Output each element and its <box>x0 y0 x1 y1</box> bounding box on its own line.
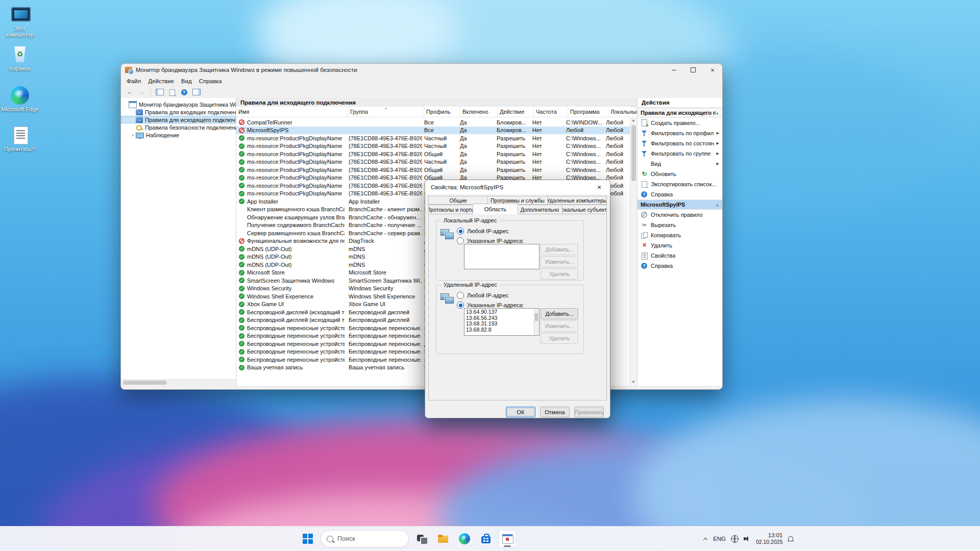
action-new-rule[interactable]: Создать правило... <box>638 118 722 128</box>
tree-item-monitoring[interactable]: ›Наблюдение <box>121 131 236 139</box>
action-refresh[interactable]: Обновить <box>638 169 722 179</box>
rule-row[interactable]: ms-resource:ProductPkgDisplayName{78E1CD… <box>236 134 630 142</box>
action-disable-rule[interactable]: Отключить правило <box>638 210 722 220</box>
notifications-icon[interactable] <box>788 536 794 542</box>
local-ip-listbox[interactable] <box>464 244 540 269</box>
action-filter-group[interactable]: Фильтровать по группе▶ <box>638 148 722 159</box>
maximize-button[interactable] <box>683 64 703 76</box>
actions-section-header[interactable]: MicrosoftSpyIPS▲ <box>638 199 722 210</box>
action-copy[interactable]: Копировать <box>638 230 722 240</box>
column-header-action[interactable]: Действие <box>498 107 534 117</box>
actions-section-header[interactable]: Правила для исходящего под...▲ <box>638 108 722 118</box>
column-header-override[interactable]: Частота <box>534 107 568 117</box>
toolbar-back-button[interactable]: ← <box>124 87 135 97</box>
tab-local-principals[interactable]: Локальные субъекты <box>562 205 607 214</box>
remote-any-ip-option[interactable]: Любой IP-адрес <box>457 292 508 299</box>
column-header-local-address[interactable]: Локальный адрес <box>608 107 637 117</box>
tab-scope[interactable]: Область <box>473 204 518 214</box>
column-header-program[interactable]: Программа <box>568 107 608 117</box>
column-header-profile[interactable]: Профиль <box>424 107 460 117</box>
taskbar-app-firewall-console[interactable] <box>499 530 516 547</box>
list-vertical-scrollbar[interactable] <box>630 117 637 386</box>
desktop-icon-this-pc[interactable]: Этот компьютер <box>0 5 40 38</box>
taskbar-search[interactable]: Поиск <box>321 530 409 547</box>
dialog-titlebar[interactable]: Свойства: MicrosoftSpyIPS × <box>425 180 610 194</box>
ip-address-item[interactable]: 13.68.82.8 <box>465 327 538 333</box>
rule-row[interactable]: ms-resource:ProductPkgDisplayName{78E1CD… <box>236 166 630 174</box>
tree-item-inbound-rules[interactable]: Правила для входящих подключений <box>121 108 236 116</box>
ok-button[interactable]: ОК <box>506 407 535 417</box>
tree-item-security-rules[interactable]: Правила безопасности подключения <box>121 123 236 131</box>
rule-row[interactable]: MicrosoftSpyIPSВсеДаБлокиров...НетЛюбойЛ… <box>236 127 630 135</box>
scrollbar-thumb[interactable] <box>123 381 167 385</box>
desktop-icon-edge[interactable]: Microsoft Edge <box>0 86 40 112</box>
local-specified-ip-option[interactable]: Указанные IP-адреса: <box>457 237 524 244</box>
action-view[interactable]: Вид▶ <box>638 159 722 169</box>
l-ip-remove-button[interactable]: Удалить <box>541 268 578 280</box>
cancel-button[interactable]: Отмена <box>540 407 570 417</box>
ip-address-item[interactable]: 13.68.31.193 <box>465 321 538 327</box>
expander-icon[interactable]: › <box>130 131 136 139</box>
action-export-list[interactable]: Экспортировать список... <box>638 179 722 189</box>
desktop-icon-recycle-bin[interactable]: Корзина <box>0 45 40 71</box>
action-cut[interactable]: Вырезать <box>638 220 722 230</box>
rule-row[interactable]: CompatTelRunnerВсеДаБлокиров...НетC:\WIN… <box>236 118 630 127</box>
r-ip-edit-button[interactable]: Изменить... <box>541 320 578 332</box>
action-delete[interactable]: Удалить <box>638 240 722 251</box>
l-ip-add-button[interactable]: Добавить... <box>541 244 578 255</box>
toolbar-export-list-button[interactable] <box>166 87 178 97</box>
remote-specified-ip-radio[interactable] <box>457 302 464 309</box>
remote-specified-ip-option[interactable]: Указанные IP-адреса: <box>457 302 524 309</box>
column-header-enabled[interactable]: Включено <box>460 107 498 117</box>
scrollbar-thumb[interactable] <box>535 313 538 321</box>
local-any-ip-radio[interactable] <box>457 228 464 235</box>
close-button[interactable]: × <box>703 64 722 76</box>
tree-item-root[interactable]: Монитор брандмауэра Защитника Windows <box>121 101 236 108</box>
toolbar-show-tree-button[interactable] <box>154 87 165 97</box>
toolbar-show-actions-button[interactable] <box>191 87 202 97</box>
action-help-rule[interactable]: Справка <box>638 261 722 271</box>
tray-overflow-chevron-icon[interactable] <box>703 537 708 541</box>
menu-view[interactable]: Вид <box>178 77 195 85</box>
clock[interactable]: 13:01 02.10.2025 <box>756 532 783 545</box>
toolbar-help-button[interactable] <box>179 87 190 97</box>
l-ip-edit-button[interactable]: Изменить... <box>541 256 578 267</box>
network-icon[interactable] <box>731 535 739 543</box>
menu-action[interactable]: Действие <box>144 77 178 85</box>
language-indicator[interactable]: ENG <box>713 536 726 542</box>
desktop-icon-readme[interactable]: Прочитать!!! <box>0 126 40 152</box>
action-properties[interactable]: Свойства <box>638 251 722 261</box>
rule-row[interactable]: ms-resource:ProductPkgDisplayName{78E1CD… <box>236 158 630 166</box>
tree-item-outbound-rules[interactable]: Правила для исходящего подключения <box>121 116 236 123</box>
r-ip-remove-button[interactable]: Удалить <box>541 333 578 344</box>
rule-row[interactable]: ms-resource:ProductPkgDisplayName{78E1CD… <box>236 150 630 158</box>
volume-icon[interactable] <box>744 536 751 542</box>
apply-button[interactable]: Применить <box>574 407 604 417</box>
column-header-name[interactable]: Имя <box>236 107 348 117</box>
r-ip-add-button[interactable]: Добавить... <box>541 308 578 319</box>
start-button[interactable] <box>299 530 316 547</box>
rule-row[interactable]: ms-resource:ProductPkgDisplayName{78E1CD… <box>236 142 630 151</box>
listbox-scrollbar[interactable] <box>534 309 539 335</box>
action-filter-profile[interactable]: Фильтровать по профилю▶ <box>638 128 722 138</box>
taskbar-app-task-view[interactable] <box>413 530 430 547</box>
remote-any-ip-radio[interactable] <box>457 292 464 299</box>
dialog-close-button[interactable]: × <box>589 180 610 194</box>
local-specified-ip-radio[interactable] <box>457 237 464 244</box>
taskbar-app-file-explorer[interactable] <box>434 530 452 547</box>
action-filter-state[interactable]: Фильтровать по состоянию▶ <box>638 138 722 148</box>
local-any-ip-option[interactable]: Любой IP-адрес <box>457 228 508 235</box>
remote-ip-listbox[interactable]: 13.64.90.13713.66.56.24313.68.31.19313.6… <box>464 308 540 336</box>
minimize-button[interactable] <box>664 64 683 76</box>
scrollbar-thumb[interactable] <box>631 125 636 181</box>
menu-help[interactable]: Справка <box>195 77 226 85</box>
ip-address-item[interactable]: 13.64.90.137 <box>465 309 538 315</box>
taskbar-app-microsoft-store[interactable] <box>477 530 495 547</box>
column-header-group[interactable]: Группа▲ <box>348 107 424 117</box>
action-help[interactable]: Справка <box>638 189 722 199</box>
taskbar-app-edge[interactable] <box>456 530 473 547</box>
toolbar-forward-button[interactable]: → <box>136 87 148 97</box>
window-titlebar[interactable]: Монитор брандмауэра Защитника Windows в … <box>121 64 722 76</box>
menu-file[interactable]: Файл <box>123 77 144 85</box>
tab-protocols-ports[interactable]: Протоколы и порты <box>428 205 473 214</box>
